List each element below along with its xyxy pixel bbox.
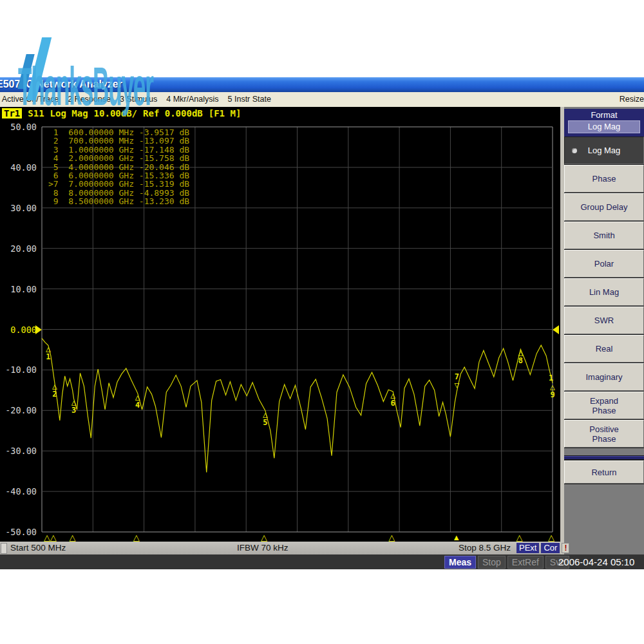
softkey-header-title: Format — [564, 109, 644, 120]
marker-5[interactable]: △5 — [259, 410, 272, 426]
marker-3[interactable]: △3 — [68, 398, 80, 414]
ifbw-label: IFBW 70 kHz — [237, 543, 289, 553]
marker-tick-2: △ — [50, 533, 57, 542]
instrument-indicator: Meas — [444, 556, 476, 569]
marker-table-row: 88.0000000GHz-4.8993dB — [48, 189, 189, 197]
window-title: E5071C Network Analyzer — [0, 79, 122, 90]
marker-table-row: 1600.00000MHz-3.9517dB — [48, 128, 189, 137]
marker-table-row: >77.0000000GHz-15.319dB — [48, 180, 189, 188]
y-axis-label: 20.00 — [0, 243, 37, 254]
return-button[interactable]: Return — [564, 460, 644, 484]
menu-item[interactable]: 4 Mkr/Analysis — [166, 95, 218, 104]
marker-tick-1: △ — [44, 533, 50, 542]
marker-2[interactable]: △2 — [48, 382, 61, 398]
y-axis-label: -20.00 — [0, 405, 37, 415]
menu-item[interactable]: 5 Instr State — [228, 95, 271, 104]
datetime-label: 2006-04-24 05:10 — [558, 555, 634, 569]
status-badges: PExt Cor ! — [516, 543, 569, 553]
y-axis-label: 40.00 — [0, 162, 37, 173]
marker-table: 1600.00000MHz-3.9517dB 2700.00000MHz-13.… — [48, 128, 189, 206]
softkey-button[interactable]: Positive Phase — [564, 420, 644, 448]
softkey-buttons: Log Mag Phase Group Delay Smith Polar Li… — [564, 137, 644, 448]
menu-bar: 1 Active Ch/Trace 2 Response 3 Stimulus … — [0, 92, 644, 108]
menu-item[interactable]: 3 Stimulus — [120, 95, 157, 104]
marker-tick-6: △ — [388, 533, 395, 542]
softkey-separator — [564, 456, 644, 459]
resize-button[interactable]: Resize — [620, 95, 644, 104]
instrument-cells: Meas Stop ExtRef Svc — [444, 556, 571, 569]
status-chip — [1, 543, 7, 554]
menu-item[interactable]: 2 Response — [68, 95, 111, 104]
menu-items: 1 Active Ch/Trace 2 Response 3 Stimulus … — [0, 95, 280, 104]
marker-tick-5: △ — [261, 533, 267, 542]
marker-tick-9: △ — [548, 533, 554, 542]
marker-7[interactable]: 7▽ — [450, 373, 463, 389]
softkey-button[interactable]: Lin Mag — [564, 278, 644, 306]
instrument-status-bar: Meas Stop ExtRef Svc 2006-04-24 05:10 — [0, 554, 644, 569]
trace-scale: 10.00dB/ — [94, 108, 137, 118]
marker-9[interactable]: △9 — [546, 383, 559, 399]
softkey-button[interactable]: Phase — [564, 165, 644, 193]
marker-6[interactable]: △6 — [386, 391, 399, 407]
start-frequency: Start 500 MHz — [10, 543, 66, 553]
marker-tick-7: ▲ — [452, 533, 460, 542]
marker-1[interactable]: △1 — [42, 345, 55, 361]
marker-table-row: 31.0000000GHz-17.148dB — [48, 146, 189, 154]
marker-table-row: 54.0000000GHz-20.046dB — [48, 163, 189, 171]
softkey-button[interactable]: Real — [564, 335, 644, 363]
analyzer-screen: E5071C Network Analyzer 1 Active Ch/Trac… — [0, 0, 644, 644]
y-axis-label: 10.00 — [0, 284, 37, 294]
y-axis-label: -40.00 — [0, 486, 37, 497]
instrument-indicator: Stop — [478, 556, 506, 569]
softkey-button[interactable]: Polar — [564, 250, 644, 278]
y-axis-label: 30.00 — [0, 203, 37, 213]
display-area: Tr1 S11 Log Mag 10.00dB/ Ref 0.000dB [F1… — [0, 107, 560, 542]
trace-chip[interactable]: Tr1 — [2, 108, 22, 118]
marker-8[interactable]: △8 — [514, 348, 527, 365]
channel-status-bar: Start 500 MHz IFBW 70 kHz Stop 8.5 GHz P… — [0, 542, 560, 554]
y-axis-label: -10.00 — [0, 365, 37, 375]
instrument-indicator: ExtRef — [507, 556, 544, 569]
marker-table-row: 2700.00000MHz-13.097dB — [48, 137, 189, 145]
softkey-sidebar: Format Log Mag Log Mag Phase Group Delay… — [560, 107, 644, 555]
softkey-button[interactable]: Expand Phase — [564, 392, 644, 419]
trace-status-line: Tr1 S11 Log Mag 10.00dB/ Ref 0.000dB [F1… — [2, 108, 247, 118]
stop-frequency: Stop 8.5 GHz — [459, 543, 511, 553]
y-axis-label: -50.00 — [0, 527, 37, 537]
marker-tick-4: △ — [133, 533, 140, 542]
softkey-header: Format Log Mag — [564, 109, 644, 137]
y-axis-label: 0.000 — [0, 325, 37, 335]
status-badge: PExt — [516, 543, 539, 553]
softkey-current-value: Log Mag — [568, 120, 640, 133]
softkey-return-group: Return — [564, 455, 644, 484]
window-title-bar: E5071C Network Analyzer — [0, 77, 644, 92]
softkey-button[interactable]: Smith — [564, 222, 644, 249]
ref-level-arrow-right — [553, 325, 559, 334]
trace-reference: Ref 0.000dB — [143, 108, 203, 118]
softkey-button[interactable]: SWR — [564, 307, 644, 334]
status-badge: Cor — [541, 543, 560, 553]
trace-parameter: S11 — [28, 108, 44, 118]
trace-channel: [F1 M] — [209, 108, 242, 118]
trace-format: Log Mag — [50, 108, 88, 118]
y-axis-label: 50.00 — [0, 122, 37, 132]
status-badge-list: PExt Cor — [516, 543, 562, 553]
softkey-button[interactable]: Imaginary — [564, 363, 644, 391]
warning-badge: ! — [562, 543, 569, 553]
marker-table-row: 42.0000000GHz-15.758dB — [48, 154, 189, 162]
marker-4[interactable]: △4 — [131, 393, 144, 409]
softkey-button[interactable]: Log Mag — [564, 137, 644, 164]
y-axis-label: -30.00 — [0, 446, 37, 456]
marker-tick-3: △ — [70, 533, 76, 542]
marker-tick-8: △ — [516, 533, 522, 542]
marker-table-row: 98.5000000GHz-13.230dB — [48, 197, 189, 205]
menu-item[interactable]: 1 Active Ch/Trace — [0, 95, 59, 104]
trace-number-label: 1 — [549, 374, 553, 383]
marker-table-row: 66.0000000GHz-15.336dB — [48, 171, 189, 180]
softkey-button[interactable]: Group Delay — [564, 193, 644, 221]
